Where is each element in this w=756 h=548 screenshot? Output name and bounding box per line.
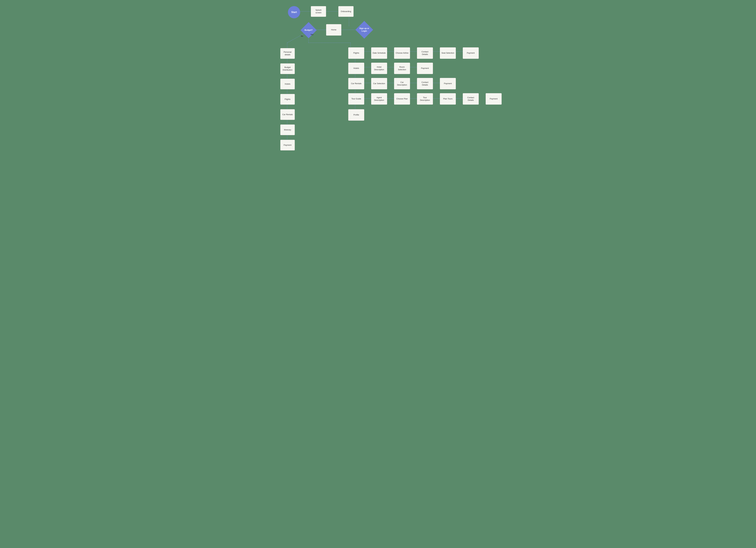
- yes-label: Yes: [311, 34, 313, 35]
- plan-tours-node: Plan Tours: [440, 93, 456, 105]
- hotels-main-node: Hotels: [348, 63, 364, 74]
- contact-details-car-node: Contact Details: [417, 78, 433, 89]
- onboarding-node: Onboarding: [338, 6, 354, 17]
- budget-distribution-node: Budget Distribution: [280, 63, 295, 74]
- car-rentals-left-node: Car Rentals: [280, 109, 295, 120]
- payment-car-node: Payment: [440, 78, 456, 89]
- choose-plan-node: Choose Plan: [394, 93, 410, 105]
- home-node: Home: [326, 24, 341, 36]
- car-rentals-main-node: Car Rentals: [348, 78, 364, 89]
- date-schedule-node: Date Schedule: [371, 47, 387, 59]
- personal-details-node: Personal details: [280, 48, 295, 59]
- room-selection-node: Room Selection: [394, 63, 410, 74]
- agent-description-node: Agent Description: [371, 93, 387, 105]
- choose-airline-node: Choose Airline: [394, 47, 410, 59]
- payment-tour-node: Payment: [486, 93, 502, 105]
- payment-hotels-node: Payment: [417, 63, 433, 74]
- contact-details-flights-node: Contact Details: [417, 47, 433, 59]
- tour-description-node: Tour Description: [417, 93, 433, 105]
- flights-main-node: Flights: [348, 47, 364, 59]
- hotels-left-node: Hotels: [280, 79, 295, 89]
- payment-left-node: Payment: [280, 140, 295, 150]
- hotel-description-node: Hotel Description: [371, 63, 387, 74]
- flowchart-diagram: Start Splash screen Onboarding Sign up o…: [279, 3, 477, 148]
- seat-selection-node: Seat Selection: [440, 47, 456, 59]
- budget-node: Budget?: [301, 24, 316, 36]
- signup-login-node: Sign up or Login: [357, 23, 372, 37]
- no-label: No: [301, 35, 303, 37]
- start-node: Start: [288, 6, 300, 18]
- car-selection-node: Car Selection: [371, 78, 387, 89]
- car-description-node: Car Description: [394, 78, 410, 89]
- payment-flights-node: Payment: [463, 47, 479, 59]
- profile-node: Profile: [348, 109, 364, 121]
- splash-screen-node: Splash screen: [311, 6, 326, 17]
- tour-guide-node: Tour Guide: [348, 93, 364, 105]
- flights-left-node: Flights: [280, 94, 295, 105]
- itinerary-node: Itinerary: [280, 124, 295, 135]
- contact-details-tour-node: Contact Details: [463, 93, 479, 105]
